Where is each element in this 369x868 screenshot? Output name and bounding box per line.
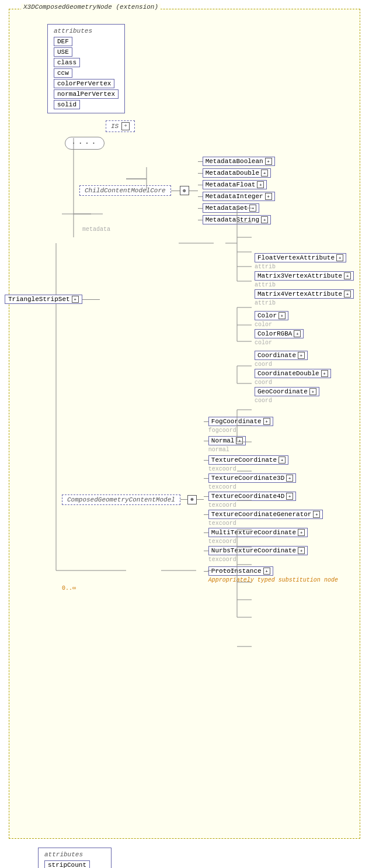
is-plus-icon[interactable]: + [121,122,130,130]
node-matrix3-vertex[interactable]: Matrix3VertexAttribute + [255,271,354,281]
node-texcoord3d[interactable]: TextureCoordinate3D + [208,473,296,483]
choice-connector-2: ⊕ [187,495,197,504]
texcoord-sublabel-5: texcoord [208,538,338,545]
fogcoord-row: FogCoordinate + [204,417,338,426]
top-attributes-section: attributes DEF USE class ccw colorPerVer… [47,24,354,113]
node-texcoord[interactable]: TextureCoordinate + [208,455,288,465]
matrix3-vertex-row: Matrix3VertexAttribute + [79,271,354,281]
float-vertex-row: FloatVertexAttribute + [79,253,354,262]
texcoord-row: TextureCoordinate + [204,455,338,465]
outer-box-title: X3DComposedGeometryNode (extension) [21,4,161,11]
child-content-model-section: ChildContentModelCore ⊕ MetadataBoolean … [79,155,354,226]
composed-geo-box: ComposedGeometryContentModel [62,494,180,505]
attr-cpv: colorPerVertex [54,79,114,88]
attr-class-row: class [54,57,119,68]
node-proto[interactable]: ProtoInstance + [208,566,273,576]
metadata-float-plus-icon[interactable]: + [257,181,264,188]
node-coordinatedouble[interactable]: CoordinateDouble + [255,369,331,378]
metadata-string-row: MetadataString + [198,215,275,224]
metadata-integer-plus-icon[interactable]: + [265,193,272,200]
attr-npv: normalPerVertex [54,89,119,99]
colorrgba-plus-icon[interactable]: + [294,330,301,337]
attr-def: DEF [54,37,72,46]
coordinate-plus-icon[interactable]: + [298,352,305,359]
geocoordinate-plus-icon[interactable]: + [309,388,316,395]
node-color[interactable]: Color + [255,311,288,320]
fogcoordinate-plus-icon[interactable]: + [263,418,270,425]
composed-geo-label: ComposedGeometryContentModel [67,496,175,503]
texcoord-sublabel-1: texcoord [208,466,338,472]
node-texcoord4d[interactable]: TextureCoordinate4D + [208,492,296,501]
matrix3-vertex-plus-icon[interactable]: + [344,272,351,279]
bottom-attr-stripcount-row: stripCount [44,860,105,868]
node-metadata-float[interactable]: MetadataFloat + [203,180,267,189]
node-metadata-boolean[interactable]: MetadataBoolean + [203,157,275,166]
metadata-string-plus-icon[interactable]: + [261,216,268,223]
proto-plus-icon[interactable]: + [263,568,270,575]
node-metadata-set[interactable]: MetadataSet + [203,203,260,213]
coordinatedouble-plus-icon[interactable]: + [321,370,328,377]
metadata-nodes-group: MetadataBoolean + MetadataDouble + Metad… [198,155,275,226]
texcoordgen-plus-icon[interactable]: + [313,511,320,518]
attr-ccw-row: ccw [54,68,119,78]
node-colorrgba[interactable]: ColorRGBA + [255,329,304,338]
metadata-sublabel: metadata [79,226,354,233]
normal-sublabel: normal [208,447,338,453]
colorrgba-row: ColorRGBA + [79,329,354,338]
attr-npv-row: normalPerVertex [54,89,119,99]
node-texcoordgen[interactable]: TextureCoordinateGenerator + [208,510,323,519]
nurbstex-plus-icon[interactable]: + [298,547,305,554]
node-coordinate[interactable]: Coordinate + [255,351,308,360]
geocoordinate-row: GeoCoordinate + [79,387,354,396]
coord-sublabel-3: coord [255,397,354,404]
triangle-strip-h-line [82,299,100,300]
bottom-attributes-label: attributes [44,851,105,858]
metadata-set-plus-icon[interactable]: + [249,205,256,212]
bottom-attributes-section: attributes stripCount containerField [38,848,363,868]
choice-connector-1: ⊕ [180,186,189,195]
node-metadata-double[interactable]: MetadataDouble + [203,168,271,178]
node-fogcoordinate[interactable]: FogCoordinate + [208,417,273,426]
matrix4-vertex-row: Matrix4VertexAttribute + [79,289,354,299]
node-metadata-string[interactable]: MetadataString + [203,215,271,224]
node-float-vertex[interactable]: FloatVertexAttribute + [255,253,346,262]
attributes-box: attributes DEF USE class ccw colorPerVer… [47,24,125,113]
color-plus-icon[interactable]: + [279,312,286,319]
is-label: IS [111,123,119,130]
metadata-label: metadata [82,226,110,233]
proto-note: Appropriately typed substitution node [208,577,338,583]
node-normal[interactable]: Normal + [208,436,246,445]
metadata-double-plus-icon[interactable]: + [261,170,268,177]
matrix4-vertex-plus-icon[interactable]: + [344,291,351,298]
texcoord-sublabel-4: texcoord [208,520,338,527]
texcoord-sublabel-2: texcoord [208,484,338,490]
attr-ccw: ccw [54,68,72,78]
texcoord-plus-icon[interactable]: + [279,457,286,464]
node-nurbstex[interactable]: NurbsTextureCoordinate + [208,546,308,555]
node-multitex[interactable]: MultiTextureCoordinate + [208,528,308,537]
main-container: X3DComposedGeometryNode (extension) [0,0,369,868]
attr-def-row: DEF [54,36,119,47]
node-metadata-integer[interactable]: MetadataInteger + [203,192,275,201]
normal-plus-icon[interactable]: + [236,437,243,444]
coordinate-row: Coordinate + [79,351,354,360]
texcoord4d-plus-icon[interactable]: + [286,493,293,500]
composed-nodes-group: FogCoordinate + fogcoord Normal + no [204,416,338,583]
coord-sublabel-2: coord [255,379,354,386]
attr-use: USE [54,47,72,57]
bottom-attributes-box: attributes stripCount containerField [38,848,112,868]
nurbstex-row: NurbsTextureCoordinate + [204,546,338,555]
texcoord3d-plus-icon[interactable]: + [286,475,293,482]
node-triangle-strip-set[interactable]: TriangleStripSet + [5,295,82,304]
node-geocoordinate[interactable]: GeoCoordinate + [255,387,319,396]
coordinatedouble-row: CoordinateDouble + [79,369,354,378]
attr-stripcount: stripCount [44,860,90,868]
h-line-2 [189,191,198,191]
node-matrix4-vertex[interactable]: Matrix4VertexAttribute + [255,289,354,299]
float-vertex-plus-icon[interactable]: + [336,254,343,261]
attr-solid: solid [54,100,80,109]
multitex-plus-icon[interactable]: + [298,529,305,536]
triangle-strip-plus-icon[interactable]: + [72,296,79,303]
texcoord-sublabel-6: texcoord [208,556,338,563]
metadata-boolean-plus-icon[interactable]: + [265,158,272,165]
